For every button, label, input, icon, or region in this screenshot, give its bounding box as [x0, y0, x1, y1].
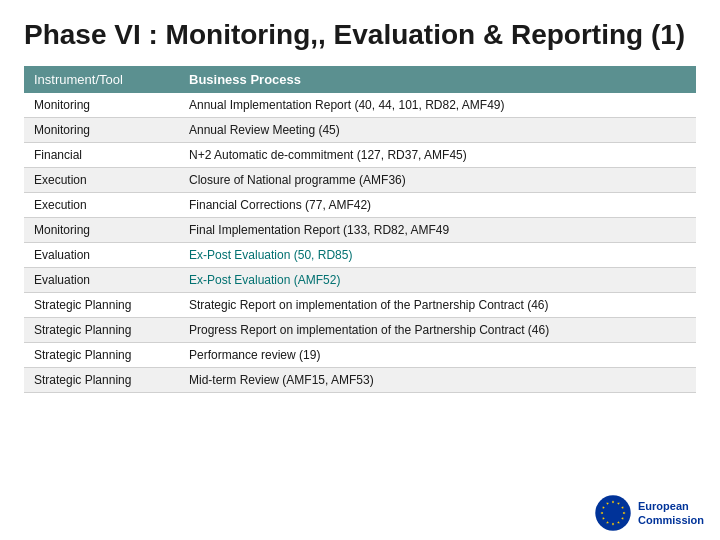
- table-row: EvaluationEx-Post Evaluation (50, RD85): [24, 242, 696, 267]
- cell-process: Annual Implementation Report (40, 44, 10…: [179, 93, 696, 118]
- cell-process: Ex-Post Evaluation (50, RD85): [179, 242, 696, 267]
- cell-tool: Evaluation: [24, 242, 179, 267]
- header-tool: Instrument/Tool: [24, 66, 179, 93]
- cell-tool: Execution: [24, 167, 179, 192]
- table-row: MonitoringAnnual Review Meeting (45): [24, 117, 696, 142]
- cell-tool: Monitoring: [24, 217, 179, 242]
- main-table: Instrument/Tool Business Process Monitor…: [24, 66, 696, 393]
- cell-process: Strategic Report on implementation of th…: [179, 292, 696, 317]
- cell-tool: Monitoring: [24, 117, 179, 142]
- header-process: Business Process: [179, 66, 696, 93]
- table-row: MonitoringAnnual Implementation Report (…: [24, 93, 696, 118]
- logo-area: European Commission: [594, 494, 704, 532]
- cell-process: Final Implementation Report (133, RD82, …: [179, 217, 696, 242]
- cell-tool: Strategic Planning: [24, 342, 179, 367]
- cell-process: Performance review (19): [179, 342, 696, 367]
- cell-process: Mid-term Review (AMF15, AMF53): [179, 367, 696, 392]
- cell-tool: Strategic Planning: [24, 367, 179, 392]
- cell-process: Progress Report on implementation of the…: [179, 317, 696, 342]
- cell-process: Financial Corrections (77, AMF42): [179, 192, 696, 217]
- table-row: ExecutionClosure of National programme (…: [24, 167, 696, 192]
- page-container: Phase VI : Monitoring,, Evaluation & Rep…: [0, 0, 720, 540]
- table-row: Strategic PlanningStrategic Report on im…: [24, 292, 696, 317]
- page-title: Phase VI : Monitoring,, Evaluation & Rep…: [24, 18, 696, 52]
- cell-process: N+2 Automatic de-commitment (127, RD37, …: [179, 142, 696, 167]
- cell-process: Ex-Post Evaluation (AMF52): [179, 267, 696, 292]
- cell-tool: Strategic Planning: [24, 292, 179, 317]
- table-row: Strategic PlanningMid-term Review (AMF15…: [24, 367, 696, 392]
- cell-tool: Evaluation: [24, 267, 179, 292]
- table-row: MonitoringFinal Implementation Report (1…: [24, 217, 696, 242]
- cell-process: Annual Review Meeting (45): [179, 117, 696, 142]
- table-row: Strategic PlanningPerformance review (19…: [24, 342, 696, 367]
- cell-tool: Execution: [24, 192, 179, 217]
- eu-logo: [594, 494, 632, 532]
- table-row: Strategic PlanningProgress Report on imp…: [24, 317, 696, 342]
- ec-text: European Commission: [638, 499, 704, 528]
- cell-tool: Monitoring: [24, 93, 179, 118]
- cell-tool: Financial: [24, 142, 179, 167]
- cell-process: Closure of National programme (AMF36): [179, 167, 696, 192]
- cell-tool: Strategic Planning: [24, 317, 179, 342]
- table-row: EvaluationEx-Post Evaluation (AMF52): [24, 267, 696, 292]
- table-row: FinancialN+2 Automatic de-commitment (12…: [24, 142, 696, 167]
- table-row: ExecutionFinancial Corrections (77, AMF4…: [24, 192, 696, 217]
